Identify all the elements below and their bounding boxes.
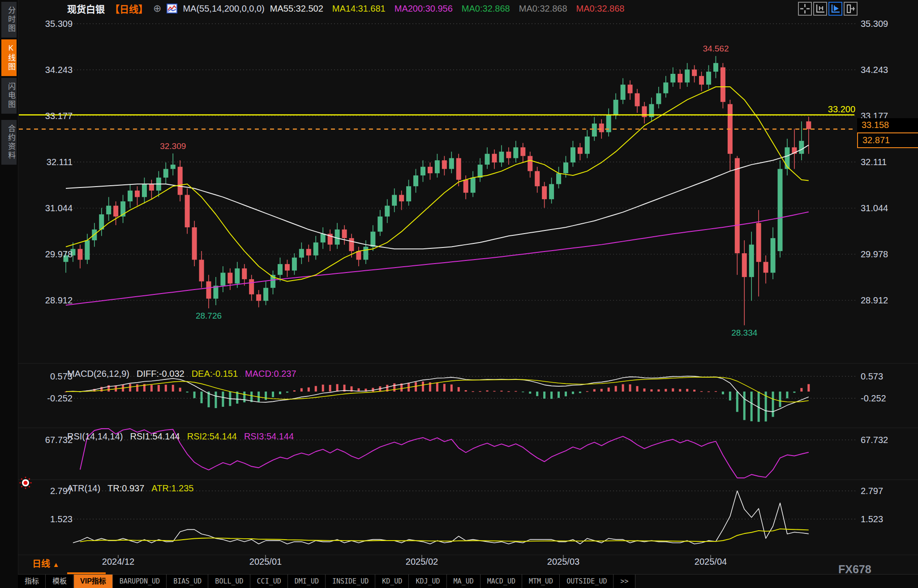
ma-value-readout: MA55:32.502 (270, 4, 323, 14)
chart-canvas[interactable] (0, 0, 918, 588)
price-tick-label: 34.243 (31, 65, 73, 75)
chart-header: 现货白银 【日线】 ⊕ MA(55,14,200,0,0,0) MA55:32.… (67, 3, 624, 14)
rsi-panel-header: RSI(14,14,14)RSI1:54.144RSI2:54.144RSI3:… (67, 431, 294, 442)
tab-1[interactable]: 指标 (18, 575, 46, 588)
price-annotation: 32.309 (148, 141, 197, 151)
indicator-tick-label: 67.732 (31, 435, 73, 445)
trading-terminal: 分时图K线图闪电图合约资料 现货白银 【日线】 ⊕ MA(55,14,200,0… (0, 0, 918, 588)
indicator-tab-bar: 指标模板VIP指标BARUPDN_UDBIAS_UDBOLL_UDCCI_UDD… (18, 574, 918, 588)
date-axis-label: 2025/04 (684, 557, 738, 567)
indicator-tick-label: -0.252 (861, 393, 914, 404)
price-box-upper: 33.158 (857, 118, 918, 132)
indicator-tick-label: -0.252 (31, 393, 73, 404)
date-axis-label: 2025/02 (395, 557, 449, 567)
price-tick-label: 33.177 (31, 111, 73, 121)
tab-11[interactable]: KDJ_UD (409, 575, 446, 588)
axis-autoscale-icon[interactable] (828, 2, 842, 16)
tab-4[interactable]: BARUPDN_UD (113, 575, 167, 588)
rsi-value-readout: RSI3:54.144 (244, 431, 294, 442)
axis-scale-icon[interactable] (813, 2, 827, 16)
live-marker-icon[interactable] (19, 476, 32, 490)
price-tick-label: 28.912 (861, 295, 914, 306)
symbol-title: 现货白银 (67, 2, 105, 15)
date-axis-label: 2025/01 (239, 557, 292, 567)
price-tick-label: 31.044 (861, 203, 914, 213)
ma-value-readout: MA0:32.868 (519, 4, 567, 14)
move-crosshair-icon[interactable] (798, 2, 812, 16)
macd-panel-header: MACD(26,12,9)DIFF:-0.032DEA:-0.151MACD:0… (67, 369, 296, 379)
indicator-tick-label: 0.573 (31, 371, 73, 382)
indicator-tick-label: 67.732 (861, 435, 914, 445)
period-tag: 【日线】 (110, 2, 148, 15)
atr-value-readout: ATR:1.235 (151, 483, 193, 494)
indicator-tick-label: 1.523 (31, 514, 73, 524)
indicator-tick-label: 2.797 (861, 486, 914, 496)
triangle-up-icon: ▲ (53, 561, 60, 568)
last-price-box: 32.871 (857, 132, 918, 148)
period-selector[interactable]: 日线 ▲ (32, 557, 59, 570)
atr-panel-title: ATR(14) (67, 483, 100, 494)
ma-value-readout: MA200:30.956 (395, 4, 453, 14)
chart-toolbar (798, 2, 858, 16)
rsi-value-readout: RSI2:54.144 (187, 431, 237, 442)
tab-12[interactable]: MA_UD (447, 575, 480, 588)
atr-panel-header: ATR(14)TR:0.937ATR:1.235 (67, 483, 193, 494)
date-axis-label: 2024/12 (91, 557, 145, 567)
price-tick-label: 31.044 (31, 203, 73, 213)
price-tick-label: 35.309 (31, 19, 73, 29)
macd-value-readout: MACD:0.237 (245, 369, 296, 379)
circled-plus-icon[interactable]: ⊕ (153, 4, 161, 13)
ma-value-readout: MA0:32.868 (576, 4, 625, 14)
tab-10[interactable]: KD_UD (375, 575, 409, 588)
indicator-tick-label: 2.797 (31, 486, 73, 496)
tab-7[interactable]: CCI_UD (250, 575, 288, 588)
tab-8[interactable]: DMI_UD (288, 575, 326, 588)
tab-15[interactable]: OUTSIDE_UD (560, 575, 613, 588)
price-tick-label: 29.978 (861, 249, 914, 260)
macd-value-readout: DEA:-0.151 (192, 369, 238, 379)
price-tick-label: 32.111 (31, 157, 73, 167)
ma-value-readout: MA0:32.868 (462, 4, 510, 14)
price-tick-label: 28.912 (31, 295, 73, 306)
indicator-thumbnail-icon[interactable] (167, 4, 177, 13)
rsi-value-readout: RSI1:54.144 (130, 431, 180, 442)
ma-value-readout: MA14:31.681 (332, 4, 386, 14)
detach-window-icon[interactable] (844, 2, 858, 16)
tab-5[interactable]: BIAS_UD (167, 575, 208, 588)
macd-value-readout: DIFF:-0.032 (137, 369, 184, 379)
ma-settings-label: MA(55,14,200,0,0,0) (183, 4, 264, 14)
tab-2[interactable]: 模板 (46, 575, 73, 588)
rsi-panel-title: RSI(14,14,14) (67, 431, 123, 442)
date-axis-label: 2025/03 (536, 557, 590, 567)
indicator-tick-label: 0.573 (861, 371, 914, 382)
price-tick-label: 29.978 (31, 249, 73, 260)
price-annotation: 28.726 (184, 311, 233, 321)
atr-value-readout: TR:0.937 (107, 483, 144, 494)
price-tick-label: 32.111 (861, 157, 914, 167)
tab-14[interactable]: MTM_UD (522, 575, 560, 588)
price-tick-label: 34.243 (861, 65, 914, 75)
ma-readouts: MA55:32.502MA14:31.681MA200:30.956MA0:32… (270, 4, 625, 14)
tab-9[interactable]: INSIDE_UD (326, 575, 375, 588)
tab-13[interactable]: MACD_UD (480, 575, 522, 588)
price-annotation: 34.562 (691, 44, 740, 54)
tab-overflow-more[interactable]: >> (613, 575, 635, 588)
tab-6[interactable]: BOLL_UD (208, 575, 250, 588)
tab-3[interactable]: VIP指标 (73, 575, 113, 588)
alert-line-price-label: 33.200 (807, 104, 855, 115)
macd-panel-title: MACD(26,12,9) (67, 369, 129, 379)
price-tick-label: 35.309 (861, 19, 914, 29)
indicator-tick-label: 1.523 (861, 514, 914, 524)
price-annotation: 28.334 (720, 328, 769, 338)
